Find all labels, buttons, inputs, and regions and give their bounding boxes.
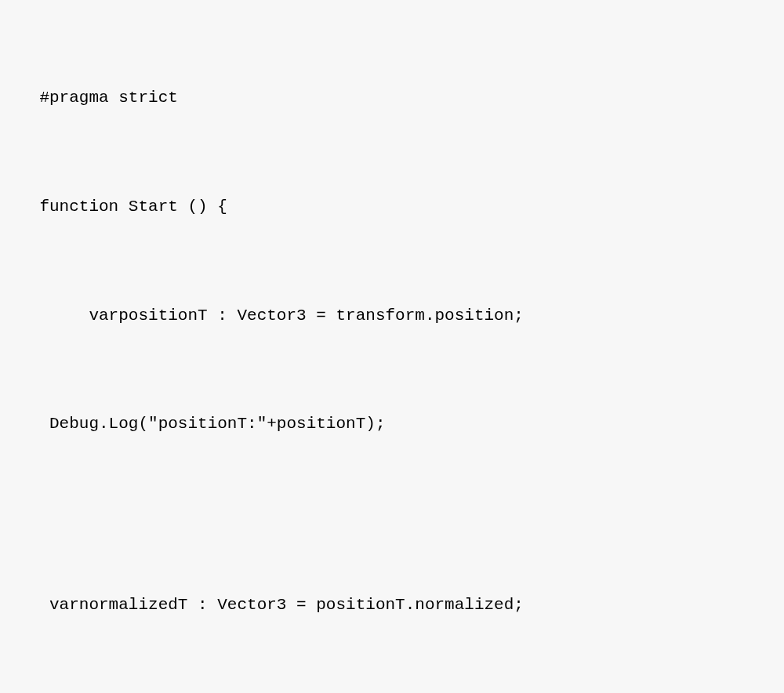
code-block: #pragma strict function Start () { varpo… <box>0 8 784 693</box>
code-line: varnormalizedT : Vector3 = positionT.nor… <box>0 587 784 623</box>
code-line: function Start () { <box>0 189 784 225</box>
code-line: #pragma strict <box>0 80 784 116</box>
code-line: Debug.Log("positionT:"+positionT); <box>0 406 784 442</box>
code-line: varpositionT : Vector3 = transform.posit… <box>0 298 784 334</box>
